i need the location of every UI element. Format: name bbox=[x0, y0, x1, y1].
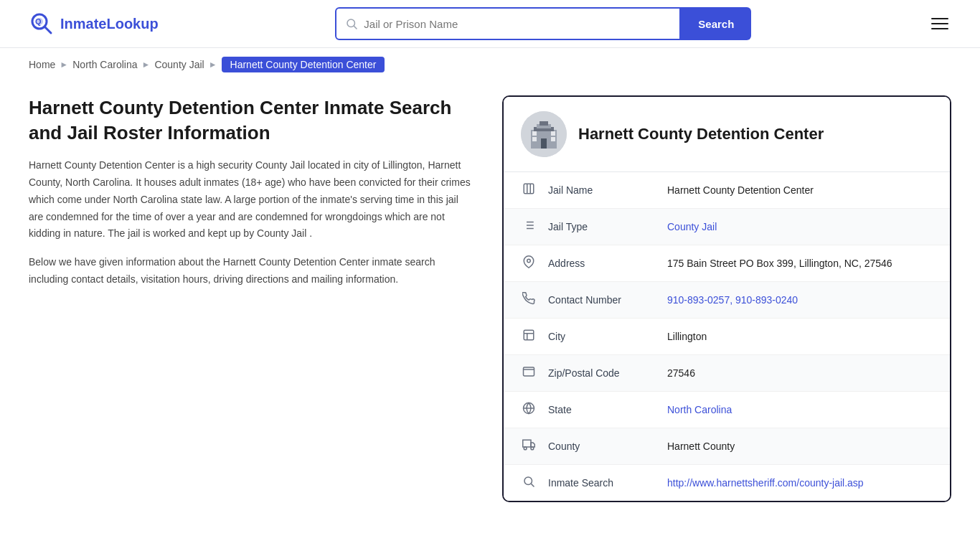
logo[interactable]: Q InmateLookup bbox=[29, 11, 159, 37]
detail-row: StateNorth Carolina bbox=[504, 392, 950, 428]
row-label: City bbox=[548, 331, 656, 342]
page-description-2: Below we have given information about th… bbox=[29, 254, 473, 288]
breadcrumb-north-carolina[interactable]: North Carolina bbox=[72, 59, 137, 70]
svg-marker-31 bbox=[531, 443, 534, 447]
globe-icon bbox=[521, 402, 537, 418]
row-label: Address bbox=[548, 258, 656, 269]
row-label: County bbox=[548, 441, 656, 452]
list-icon bbox=[521, 219, 537, 235]
detail-row: Inmate Searchhttp://www.harnettsheriff.c… bbox=[504, 465, 950, 501]
left-column: Harnett County Detention Center Inmate S… bbox=[29, 95, 473, 288]
building-icon bbox=[521, 111, 567, 157]
jail-icon bbox=[521, 182, 537, 198]
svg-point-34 bbox=[524, 477, 532, 485]
hamburger-line bbox=[931, 23, 948, 24]
row-label: State bbox=[548, 404, 656, 415]
svg-point-4 bbox=[347, 19, 355, 27]
breadcrumb: Home ► North Carolina ► County Jail ► Ha… bbox=[0, 48, 980, 81]
svg-rect-30 bbox=[523, 440, 531, 447]
detail-row: CountyHarnett County bbox=[504, 428, 950, 465]
row-link[interactable]: North Carolina bbox=[667, 404, 732, 415]
svg-line-35 bbox=[531, 484, 534, 486]
svg-rect-16 bbox=[524, 184, 534, 194]
row-value[interactable]: http://www.harnettsheriff.com/county-jai… bbox=[667, 477, 864, 489]
hamburger-menu[interactable] bbox=[928, 15, 951, 32]
breadcrumb-sep: ► bbox=[142, 60, 151, 70]
svg-point-25 bbox=[527, 259, 531, 263]
svg-point-33 bbox=[531, 447, 534, 450]
svg-point-32 bbox=[524, 447, 527, 450]
hamburger-line bbox=[931, 28, 948, 29]
search-input-wrapper bbox=[335, 7, 681, 40]
search-button[interactable]: Search bbox=[681, 7, 751, 40]
search-link-icon bbox=[521, 475, 537, 491]
detail-row: Address175 Bain Street PO Box 399, Lilli… bbox=[504, 245, 950, 282]
phone-icon bbox=[521, 292, 537, 308]
row-value: Harnett County bbox=[667, 441, 735, 452]
logo-icon: Q bbox=[29, 11, 55, 37]
svg-line-1 bbox=[44, 27, 51, 33]
row-link[interactable]: 910-893-0257, 910-893-0240 bbox=[667, 294, 798, 306]
county-icon bbox=[521, 438, 537, 454]
row-label: Jail Name bbox=[548, 184, 656, 196]
svg-rect-27 bbox=[524, 367, 534, 376]
svg-line-5 bbox=[354, 26, 357, 29]
row-label: Zip/Postal Code bbox=[548, 367, 656, 379]
svg-rect-15 bbox=[551, 137, 555, 141]
row-link[interactable]: http://www.harnettsheriff.com/county-jai… bbox=[667, 477, 864, 489]
breadcrumb-current: Harnett County Detention Center bbox=[222, 57, 385, 72]
detail-rows: Jail NameHarnett County Detention Center… bbox=[504, 172, 950, 501]
breadcrumb-sep: ► bbox=[60, 60, 68, 70]
detail-row: Jail TypeCounty Jail bbox=[504, 209, 950, 245]
detail-row: Contact Number910-893-0257, 910-893-0240 bbox=[504, 282, 950, 319]
row-value: 175 Bain Street PO Box 399, Lillington, … bbox=[667, 258, 892, 269]
row-value: 27546 bbox=[667, 367, 695, 379]
row-link[interactable]: County Jail bbox=[667, 221, 717, 232]
card-header: Harnett County Detention Center bbox=[504, 97, 950, 172]
zip-icon bbox=[521, 365, 537, 381]
main-content: Harnett County Detention Center Inmate S… bbox=[0, 81, 980, 531]
row-value[interactable]: County Jail bbox=[667, 221, 717, 232]
detail-row: CityLillington bbox=[504, 319, 950, 355]
hamburger-line bbox=[931, 18, 948, 19]
breadcrumb-sep: ► bbox=[209, 60, 217, 70]
breadcrumb-home[interactable]: Home bbox=[29, 59, 55, 70]
facility-image bbox=[521, 111, 567, 157]
location-icon bbox=[521, 255, 537, 271]
card-title: Harnett County Detention Center bbox=[578, 125, 824, 143]
row-label: Jail Type bbox=[548, 221, 656, 232]
detail-row: Jail NameHarnett County Detention Center bbox=[504, 172, 950, 209]
svg-rect-11 bbox=[541, 138, 547, 149]
row-value[interactable]: 910-893-0257, 910-893-0240 bbox=[667, 294, 798, 306]
search-icon bbox=[345, 17, 358, 30]
row-value: Harnett County Detention Center bbox=[667, 184, 814, 196]
logo-text: InmateLookup bbox=[60, 16, 159, 32]
city-icon bbox=[521, 329, 537, 344]
search-input[interactable] bbox=[358, 18, 671, 30]
svg-text:Q: Q bbox=[35, 17, 42, 26]
page-title: Harnett County Detention Center Inmate S… bbox=[29, 95, 473, 146]
svg-rect-13 bbox=[551, 131, 555, 136]
svg-rect-12 bbox=[532, 131, 537, 136]
facility-card: Harnett County Detention Center Jail Nam… bbox=[502, 95, 951, 502]
page-description-1: Harnett County Detention Center is a hig… bbox=[29, 157, 473, 242]
header: Q InmateLookup Search bbox=[0, 0, 980, 48]
detail-row: Zip/Postal Code27546 bbox=[504, 355, 950, 392]
row-label: Inmate Search bbox=[548, 477, 656, 489]
breadcrumb-county-jail[interactable]: County Jail bbox=[154, 59, 204, 70]
row-label: Contact Number bbox=[548, 294, 656, 306]
row-value: Lillington bbox=[667, 331, 707, 342]
row-value[interactable]: North Carolina bbox=[667, 404, 732, 415]
svg-rect-26 bbox=[524, 330, 534, 340]
svg-rect-10 bbox=[540, 121, 548, 126]
svg-rect-14 bbox=[532, 137, 537, 141]
search-bar: Search bbox=[335, 7, 751, 40]
